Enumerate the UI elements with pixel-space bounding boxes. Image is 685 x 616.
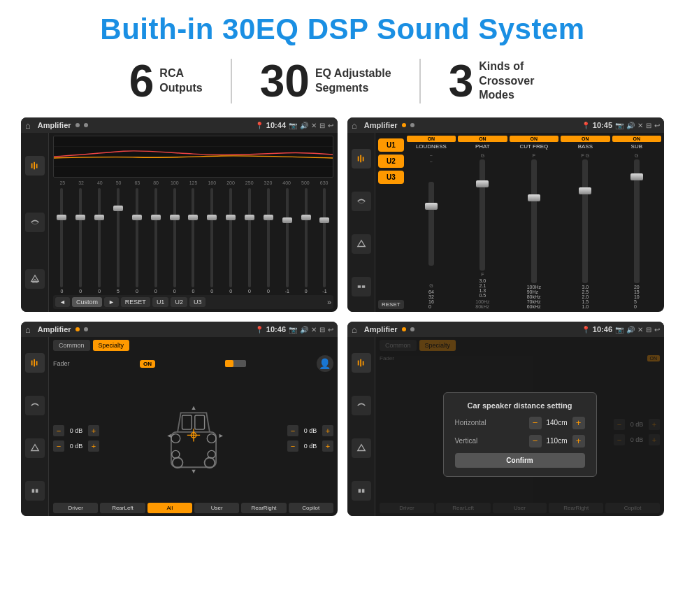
back-icon[interactable]: ↩ [328, 122, 333, 129]
svg-rect-0 [31, 163, 32, 168]
location-icon-4: 📍 [582, 326, 590, 334]
fader-on-toggle[interactable]: ON [140, 360, 155, 368]
eq-slider-0[interactable]: 0 [53, 188, 71, 294]
bass-slider[interactable] [582, 159, 588, 283]
phat-slider[interactable] [480, 159, 485, 271]
stat-eq-label: EQ AdjustableSegments [315, 66, 391, 96]
eq-slider-6[interactable]: 0 [166, 188, 183, 294]
eq-expand-icon[interactable]: » [327, 298, 331, 306]
sub-slider[interactable] [634, 159, 640, 283]
left-vol-1-minus[interactable]: − [53, 425, 64, 436]
eq-prev-btn[interactable]: ◄ [55, 297, 70, 307]
crossover-sidebar-btn-3[interactable] [352, 234, 371, 254]
horizontal-plus-btn[interactable]: + [572, 417, 585, 429]
volume-icon-4: 🔊 [626, 326, 635, 334]
freq-160: 160 [203, 180, 222, 185]
eq-slider-10[interactable]: 0 [241, 188, 259, 294]
eq-slider-2[interactable]: 0 [91, 188, 108, 294]
home-icon[interactable]: ⌂ [25, 120, 31, 131]
right-vol-1-plus[interactable]: + [322, 425, 333, 436]
back-icon-4[interactable]: ↩ [654, 326, 660, 334]
fader-user-btn[interactable]: User [194, 503, 239, 513]
ch-cutfreq-on[interactable]: ON [510, 136, 558, 142]
eq-sidebar-btn-2[interactable] [25, 213, 45, 232]
eq-next-btn[interactable]: ► [104, 297, 119, 307]
fader-home-icon[interactable]: ⌂ [25, 324, 31, 335]
eq-slider-3[interactable]: 5 [110, 188, 127, 294]
fader-main-area: Common Specialty Fader ON 👤 [49, 337, 338, 516]
dialog-sidebar-btn-4[interactable] [352, 481, 371, 501]
eq-slider-7[interactable]: 0 [185, 188, 202, 294]
fader-copilot-btn[interactable]: Copilot [289, 503, 333, 513]
right-vol-2-minus[interactable]: − [287, 440, 298, 452]
dialog-sidebar-btn-3[interactable] [352, 438, 371, 458]
confirm-button[interactable]: Confirm [455, 453, 585, 468]
eq-reset-btn[interactable]: RESET [121, 297, 150, 307]
eq-slider-11[interactable]: 0 [259, 188, 277, 294]
dialog-home-icon[interactable]: ⌂ [352, 324, 357, 335]
right-vol-1-minus[interactable]: − [287, 425, 298, 436]
eq-slider-1[interactable]: 0 [72, 188, 89, 294]
eq-sidebar-btn-3[interactable] [25, 269, 45, 289]
status-dot-rec [402, 123, 406, 127]
eq-sidebar [21, 133, 49, 312]
fader-sidebar-btn-3[interactable] [25, 438, 45, 458]
ch-cutfreq-label: CUT FREQ [519, 143, 548, 150]
vertical-plus-btn[interactable]: + [572, 435, 585, 447]
dialog-bg-tab-specialty: Specialty [419, 340, 456, 351]
eq-slider-5[interactable]: 0 [147, 188, 164, 294]
fader-profile-icon[interactable]: 👤 [317, 355, 333, 372]
crossover-u1-btn[interactable]: U1 [378, 138, 404, 152]
crossover-sidebar-btn-2[interactable] [352, 192, 371, 211]
eq-slider-8[interactable]: 0 [203, 188, 221, 294]
left-vol-2-minus[interactable]: − [53, 440, 64, 452]
crossover-home-icon[interactable]: ⌂ [352, 120, 357, 131]
right-vol-2-plus[interactable]: + [322, 440, 333, 452]
eq-custom-btn[interactable]: Custom [72, 297, 102, 307]
status-dot-2 [84, 123, 88, 127]
crossover-sidebar-btn-4[interactable] [352, 277, 371, 296]
ch-loudness-on[interactable]: ON [407, 136, 456, 142]
back-icon-2[interactable]: ↩ [654, 122, 660, 129]
eq-slider-12[interactable]: -1 [278, 188, 296, 294]
ch-bass-on[interactable]: ON [561, 136, 610, 142]
crossover-u3-btn[interactable]: U3 [378, 171, 404, 184]
fader-tab-specialty[interactable]: Specialty [93, 340, 130, 351]
fader-all-btn[interactable]: All [147, 503, 192, 513]
eq-slider-9[interactable]: 0 [222, 188, 240, 294]
eq-u2-btn[interactable]: U2 [171, 297, 187, 307]
eq-slider-13[interactable]: 0 [297, 188, 315, 294]
cutfreq-slider[interactable] [531, 159, 537, 283]
vertical-minus-btn[interactable]: − [529, 435, 542, 447]
svg-rect-14 [31, 360, 32, 365]
eq-freq-labels: 25 32 40 50 63 80 100 125 160 200 250 32… [53, 180, 333, 185]
fader-rearleft-btn[interactable]: RearLeft [100, 503, 145, 513]
eq-u3-btn[interactable]: U3 [189, 297, 206, 307]
horizontal-control: − 140cm + [529, 417, 585, 429]
back-icon-3[interactable]: ↩ [328, 326, 333, 334]
eq-u1-btn[interactable]: U1 [152, 297, 169, 307]
svg-rect-38 [362, 361, 363, 365]
fader-label: Fader [53, 360, 70, 367]
eq-slider-14[interactable]: -1 [316, 188, 333, 294]
loudness-slider[interactable] [428, 182, 434, 266]
crossover-u2-btn[interactable]: U2 [378, 155, 404, 168]
left-vol-1-plus[interactable]: + [88, 425, 99, 436]
fader-sidebar-btn-4[interactable] [25, 481, 45, 501]
left-vol-2-plus[interactable]: + [88, 440, 99, 452]
fader-sidebar-btn-2[interactable] [25, 396, 45, 415]
dialog-sidebar-btn-1[interactable] [352, 353, 371, 373]
fader-driver-btn[interactable]: Driver [53, 503, 98, 513]
fader-tab-common[interactable]: Common [53, 340, 90, 351]
fader-sidebar-btn-1[interactable] [25, 353, 45, 373]
eq-slider-4[interactable]: 0 [128, 188, 145, 294]
crossover-sidebar-btn-1[interactable] [352, 149, 371, 169]
ch-phat-on[interactable]: ON [458, 136, 507, 142]
eq-sidebar-btn-1[interactable] [25, 156, 45, 176]
fader-rearright-btn[interactable]: RearRight [241, 503, 286, 513]
crossover-u-buttons: U1 U2 U3 RESET [378, 136, 404, 309]
horizontal-minus-btn[interactable]: − [529, 417, 542, 429]
ch-sub-on[interactable]: ON [612, 136, 661, 142]
dialog-sidebar-btn-2[interactable] [352, 396, 371, 415]
crossover-reset-btn[interactable]: RESET [378, 300, 404, 309]
